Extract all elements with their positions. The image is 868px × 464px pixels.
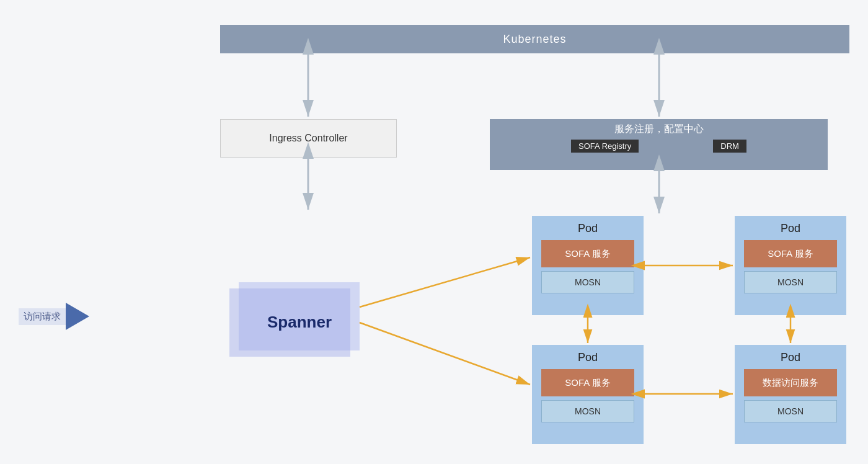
access-request-label: 访问请求: [19, 308, 66, 325]
service-registry-box: 服务注册，配置中心 SOFA Registry DRM: [490, 119, 828, 170]
sofa-registry-badge: SOFA Registry: [571, 140, 639, 153]
pod4-service: 数据访问服务: [744, 369, 837, 396]
pod2-title: Pod: [781, 222, 800, 235]
pod-box-4: Pod 数据访问服务 MOSN: [735, 345, 846, 444]
pod-box-1: Pod SOFA 服务 MOSN: [532, 216, 644, 315]
pod3-title: Pod: [578, 351, 598, 364]
spanner-label: Spanner: [241, 290, 358, 354]
access-arrow-icon: [66, 303, 89, 330]
access-request: 访问请求: [19, 303, 89, 330]
pod3-service: SOFA 服务: [541, 369, 634, 396]
kubernetes-bar: Kubernetes: [220, 25, 849, 53]
pod1-title: Pod: [578, 222, 598, 235]
pod2-service: SOFA 服务: [744, 240, 837, 267]
spanner-to-pod3-arrow: [360, 323, 530, 385]
pod4-mosn: MOSN: [744, 400, 837, 422]
kubernetes-label: Kubernetes: [503, 33, 566, 46]
drm-badge: DRM: [713, 140, 746, 153]
pod2-mosn: MOSN: [744, 271, 837, 293]
pod1-mosn: MOSN: [541, 271, 634, 293]
service-registry-badges: SOFA Registry DRM: [571, 140, 746, 153]
pod-box-2: Pod SOFA 服务 MOSN: [735, 216, 846, 315]
ingress-controller-label: Ingress Controller: [269, 133, 347, 144]
pod1-service: SOFA 服务: [541, 240, 634, 267]
pod4-title: Pod: [781, 351, 800, 364]
pod-box-3: Pod SOFA 服务 MOSN: [532, 345, 644, 444]
service-registry-title: 服务注册，配置中心: [614, 123, 704, 136]
ingress-controller-box: Ingress Controller: [220, 119, 397, 158]
pod3-mosn: MOSN: [541, 400, 634, 422]
spanner-to-pod1-arrow: [360, 257, 530, 307]
